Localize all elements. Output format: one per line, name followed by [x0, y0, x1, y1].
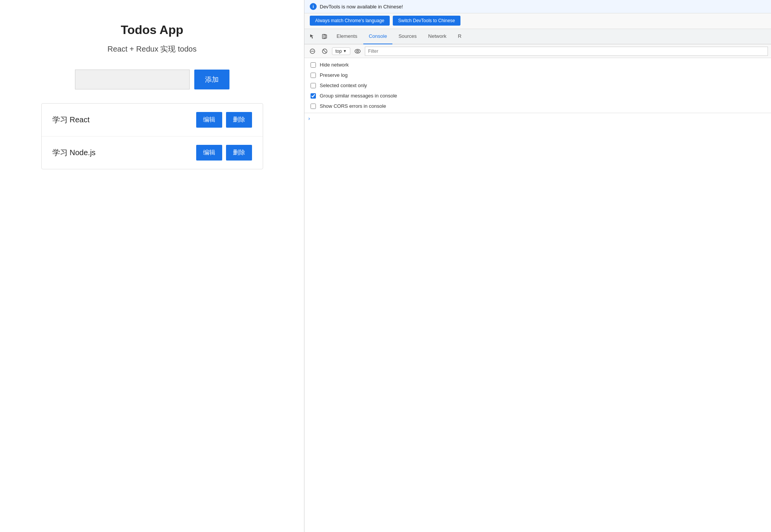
selected-context-checkbox[interactable]: [311, 83, 316, 88]
setting-label: Show CORS errors in console: [320, 103, 386, 109]
setting-preserve-log[interactable]: Preserve log: [311, 72, 765, 78]
info-icon: i: [310, 3, 317, 10]
app-subtitle: React + Redux 实现 todos: [107, 44, 197, 54]
tab-network[interactable]: Network: [423, 29, 452, 44]
hide-network-checkbox[interactable]: [311, 62, 316, 68]
setting-selected-context[interactable]: Selected context only: [311, 83, 765, 88]
eye-icon[interactable]: [353, 46, 363, 56]
svg-point-7: [356, 50, 358, 52]
todo-item: 学习 React 编辑 删除: [42, 104, 263, 136]
console-toolbar: top ▼: [304, 44, 771, 58]
devtools-panel: i DevTools is now available in Chinese! …: [304, 0, 771, 532]
device-toolbar-icon[interactable]: [319, 31, 330, 42]
todo-list: 学习 React 编辑 删除 学习 Node.js 编辑 删除: [41, 103, 263, 169]
console-body: ›: [304, 113, 771, 532]
group-similar-checkbox[interactable]: [311, 93, 316, 99]
devtools-tabs: Elements Console Sources Network R: [304, 29, 771, 44]
notification-text: DevTools is now available in Chinese!: [320, 4, 403, 10]
todo-text: 学习 Node.js: [52, 148, 96, 158]
app-area: Todos App React + Redux 实现 todos 添加 学习 R…: [0, 0, 304, 532]
setting-label: Preserve log: [320, 72, 348, 78]
todo-item: 学习 Node.js 编辑 删除: [42, 136, 263, 169]
devtools-lang-buttons: Always match Chrome's language Switch De…: [304, 13, 771, 29]
app-title: Todos App: [121, 23, 184, 37]
add-button[interactable]: 添加: [194, 70, 229, 89]
setting-label: Hide network: [320, 62, 349, 68]
todo-actions: 编辑 删除: [196, 112, 252, 128]
edit-button[interactable]: 编辑: [196, 145, 222, 161]
cors-errors-checkbox[interactable]: [311, 104, 316, 109]
edit-button[interactable]: 编辑: [196, 112, 222, 128]
clear-console-button[interactable]: [307, 46, 317, 56]
chevron-down-icon: ▼: [343, 49, 347, 53]
tab-console[interactable]: Console: [363, 29, 392, 44]
delete-button[interactable]: 删除: [226, 145, 252, 161]
setting-label: Selected context only: [320, 83, 367, 88]
devtools-notification: i DevTools is now available in Chinese!: [304, 0, 771, 13]
add-row: 添加: [75, 70, 229, 89]
tab-sources[interactable]: Sources: [393, 29, 422, 44]
match-language-button[interactable]: Always match Chrome's language: [310, 16, 390, 26]
setting-cors-errors[interactable]: Show CORS errors in console: [311, 103, 765, 109]
block-icon[interactable]: [320, 46, 330, 56]
tab-elements[interactable]: Elements: [331, 29, 363, 44]
context-selector[interactable]: top ▼: [332, 47, 350, 55]
prompt-arrow-icon: ›: [307, 115, 311, 122]
filter-input[interactable]: [365, 47, 768, 56]
settings-dropdown: Hide network Preserve log Selected conte…: [304, 58, 771, 113]
tab-more[interactable]: R: [452, 29, 467, 44]
setting-label: Group similar messages in console: [320, 93, 397, 99]
todo-actions: 编辑 删除: [196, 145, 252, 161]
setting-hide-network[interactable]: Hide network: [311, 62, 765, 68]
inspect-element-icon[interactable]: [307, 31, 318, 42]
svg-point-6: [355, 49, 360, 53]
switch-language-button[interactable]: Switch DevTools to Chinese: [393, 16, 460, 26]
preserve-log-checkbox[interactable]: [311, 73, 316, 78]
todo-input[interactable]: [75, 70, 190, 89]
svg-line-5: [323, 50, 326, 53]
setting-group-similar[interactable]: Group similar messages in console: [311, 93, 765, 99]
todo-text: 学习 React: [52, 115, 90, 125]
context-label: top: [335, 49, 342, 54]
console-prompt: ›: [307, 115, 768, 122]
delete-button[interactable]: 删除: [226, 112, 252, 128]
